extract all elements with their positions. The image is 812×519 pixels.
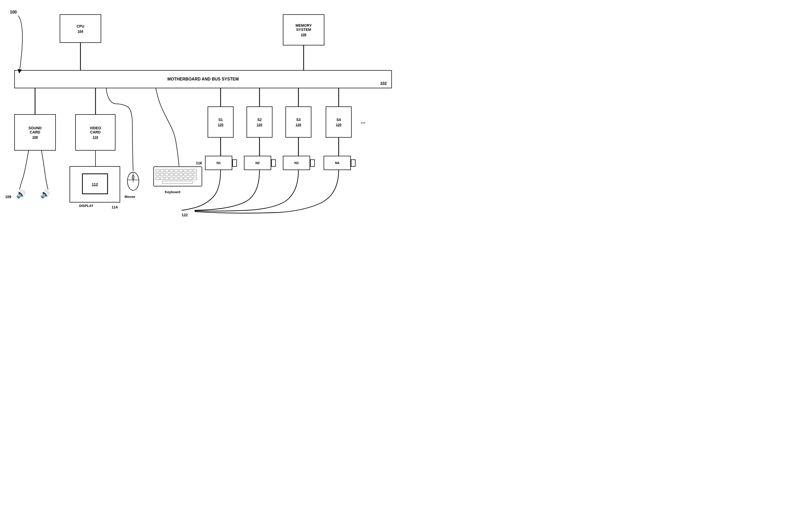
svg-rect-22 — [193, 173, 197, 176]
svg-rect-27 — [174, 177, 178, 180]
svg-rect-26 — [170, 177, 173, 180]
svg-rect-20 — [184, 173, 187, 176]
svg-rect-24 — [161, 177, 164, 180]
s4-label: S4 — [336, 118, 341, 122]
s1-label: S1 — [218, 118, 223, 122]
display-screen: 112 — [82, 173, 108, 194]
display-outer-box: 112 — [69, 166, 120, 202]
ref-109: 109 — [5, 195, 11, 199]
cpu-box: CPU 104 — [60, 14, 101, 43]
ref-114: 114 — [112, 205, 118, 209]
s1-box: S1 120 — [208, 106, 234, 138]
s2-label: S2 — [257, 118, 262, 122]
n4-box: N4 — [324, 156, 351, 170]
svg-rect-32 — [162, 181, 193, 184]
svg-rect-19 — [179, 173, 183, 176]
svg-rect-17 — [170, 173, 173, 176]
video-card-ref: 110 — [93, 135, 98, 139]
n1-label: N1 — [216, 161, 221, 165]
display-ref: 112 — [92, 182, 98, 186]
ref-116: 116 — [196, 161, 202, 165]
s2-ref: 120 — [257, 123, 262, 127]
n4-connector — [351, 159, 355, 167]
motherboard-label: MOTHERBOARD AND BUS SYSTEM — [167, 77, 239, 82]
svg-rect-28 — [179, 177, 183, 180]
svg-rect-14 — [156, 173, 160, 176]
svg-rect-13 — [193, 169, 197, 172]
speaker-left: 🔊 — [16, 190, 26, 199]
svg-rect-18 — [174, 173, 178, 176]
motherboard-box: MOTHERBOARD AND BUS SYSTEM 102 — [14, 70, 392, 88]
n3-connector — [310, 159, 315, 167]
svg-rect-25 — [165, 177, 169, 180]
sound-card-label: SOUNDCARD — [29, 126, 42, 134]
cpu-ref: 104 — [78, 29, 83, 33]
n3-label: N3 — [294, 161, 299, 165]
svg-rect-29 — [184, 177, 187, 180]
dots: ... — [361, 118, 366, 125]
svg-rect-5 — [156, 169, 160, 172]
n4-label: N4 — [335, 161, 340, 165]
svg-rect-21 — [188, 173, 192, 176]
keyboard-label: Keyboard — [165, 190, 180, 194]
n2-label: N2 — [255, 161, 260, 165]
speaker-right: 🔊 — [40, 190, 50, 199]
display-label: DISPLAY — [79, 204, 93, 208]
s4-ref: 120 — [336, 123, 342, 127]
svg-rect-8 — [170, 169, 173, 172]
n3-box: N3 — [283, 156, 310, 170]
svg-rect-9 — [174, 169, 178, 172]
s2-box: S2 120 — [246, 106, 272, 138]
svg-rect-4 — [154, 167, 202, 186]
s4-box: S4 120 — [326, 106, 352, 138]
video-card-label: VIDEOCARD — [90, 126, 101, 134]
svg-rect-31 — [193, 177, 197, 180]
motherboard-ref: 102 — [380, 81, 387, 85]
n2-connector — [271, 159, 276, 167]
svg-rect-23 — [156, 177, 160, 180]
svg-rect-16 — [165, 173, 169, 176]
ref-122: 122 — [182, 213, 187, 217]
s3-label: S3 — [296, 118, 300, 122]
n1-connector — [232, 159, 237, 167]
s3-box: S3 120 — [286, 106, 311, 138]
svg-rect-7 — [165, 169, 169, 172]
svg-rect-30 — [188, 177, 192, 180]
svg-rect-11 — [184, 169, 187, 172]
mouse-icon — [126, 171, 140, 194]
n1-box: N1 — [205, 156, 232, 170]
svg-rect-10 — [179, 169, 183, 172]
memory-ref: 106 — [301, 33, 307, 36]
memory-label: MEMORYSYSTEM — [296, 23, 312, 32]
s1-ref: 120 — [218, 123, 224, 127]
diagram: 100 CPU 104 MEMORYSYSTEM 106 MOTHERBOARD… — [0, 0, 406, 260]
n2-box: N2 — [244, 156, 271, 170]
figure-label: 100 — [10, 10, 17, 15]
svg-rect-6 — [161, 169, 164, 172]
svg-rect-12 — [188, 169, 192, 172]
mouse-label: Mouse — [124, 195, 135, 199]
memory-box: MEMORYSYSTEM 106 — [283, 14, 324, 46]
s3-ref: 120 — [296, 123, 301, 127]
cpu-label: CPU — [77, 24, 84, 28]
sound-card-ref: 108 — [32, 135, 38, 139]
video-card-box: VIDEOCARD 110 — [75, 114, 115, 151]
keyboard-icon — [153, 166, 202, 189]
sound-card-box: SOUNDCARD 108 — [14, 114, 56, 151]
svg-rect-15 — [161, 173, 164, 176]
